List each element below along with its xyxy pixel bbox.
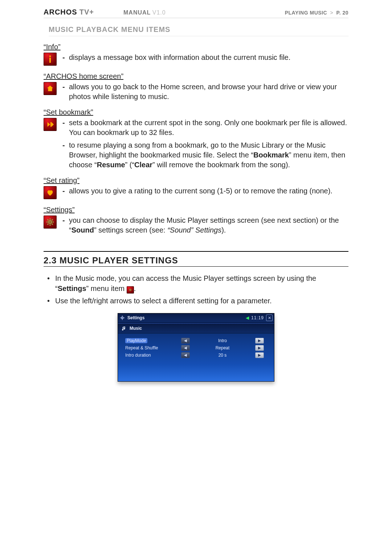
inline-gear-icon bbox=[127, 286, 134, 294]
ss-arrow-right-icon[interactable]: ▶ bbox=[255, 345, 264, 351]
item-rating-line: allows you to give a rating to the curre… bbox=[69, 186, 348, 196]
item-bookmark-line2: to resume playing a song from a bookmark… bbox=[69, 140, 348, 170]
bullet-dash: - bbox=[62, 82, 66, 102]
svg-point-5 bbox=[49, 221, 51, 223]
ss-arrow-left-icon[interactable]: ◀ bbox=[181, 352, 190, 358]
svg-point-15 bbox=[122, 317, 123, 319]
page-label: P. bbox=[336, 10, 341, 16]
bullet-dot: • bbox=[47, 296, 52, 306]
item-home-line: allows you to go back to the Home screen… bbox=[69, 82, 348, 102]
svg-line-10 bbox=[48, 219, 49, 221]
manual-label: MANUAL bbox=[123, 9, 151, 16]
ss-window-title: Settings bbox=[127, 315, 144, 320]
page-number: 20 bbox=[342, 10, 348, 16]
home-icon bbox=[44, 82, 57, 95]
bullet-dash: - bbox=[62, 118, 66, 138]
brand-main: ARCHOS bbox=[44, 8, 77, 16]
ss-arrow-right-icon[interactable]: ▶ bbox=[255, 338, 264, 344]
bullet-dash: - bbox=[62, 186, 66, 196]
settings-gear-icon bbox=[44, 216, 57, 229]
bullet-dash: - bbox=[62, 53, 66, 62]
ss-value: 20 s bbox=[195, 353, 250, 358]
section-2-3-heading: 2.3 MUSIC PLAYER SETTINGS bbox=[44, 251, 348, 266]
ss-body: PlayMode ◀ Intro ▶ Repeat & Shuffle ◀ Re… bbox=[118, 333, 274, 381]
svg-rect-0 bbox=[49, 56, 51, 57]
section23-bullet1: In the Music mode, you can access the Mu… bbox=[55, 273, 348, 294]
bullet-dash: - bbox=[62, 216, 66, 235]
crumb-section: PLAYING MUSIC bbox=[285, 10, 327, 16]
ss-gear-icon bbox=[119, 315, 125, 321]
ss-label: PlayMode bbox=[125, 338, 147, 343]
ss-titlebar: Settings ◀ 11:19 ✕ bbox=[118, 313, 274, 323]
item-info-line: displays a message box with information … bbox=[69, 53, 348, 62]
crumb-sep: > bbox=[330, 10, 334, 16]
info-icon bbox=[44, 53, 57, 66]
ss-row-intro: Intro duration ◀ 20 s ▶ bbox=[119, 352, 273, 359]
svg-line-11 bbox=[52, 224, 53, 225]
bookmark-icon bbox=[44, 118, 57, 131]
ss-row-playmode: PlayMode ◀ Intro ▶ bbox=[119, 337, 273, 344]
brand-sub: TV+ bbox=[79, 8, 94, 16]
ss-label: Repeat & Shuffle bbox=[125, 345, 176, 350]
section-divider bbox=[44, 266, 348, 267]
item-bookmark-title: “Set bookmark” bbox=[44, 108, 348, 116]
item-rating-title: “Set rating” bbox=[44, 176, 348, 185]
item-settings-title: “Settings” bbox=[44, 206, 348, 214]
ss-category-label: Music bbox=[130, 326, 142, 331]
top-bar: ARCHOS TV+ MANUAL V1.0 PLAYING MUSIC > P… bbox=[44, 8, 348, 18]
ss-volume-icon: ◀ bbox=[246, 315, 249, 320]
ss-clock: 11:19 bbox=[251, 315, 264, 320]
settings-screenshot: Settings ◀ 11:19 ✕ Music PlayMode ◀ Intr… bbox=[118, 313, 274, 382]
ss-arrow-left-icon[interactable]: ◀ bbox=[181, 338, 190, 344]
breadcrumb: PLAYING MUSIC > P. 20 bbox=[285, 10, 348, 16]
svg-rect-3 bbox=[50, 122, 52, 127]
ss-music-icon bbox=[121, 325, 127, 332]
topbar-center: MANUAL V1.0 bbox=[109, 9, 285, 16]
ss-label: Intro duration bbox=[125, 353, 176, 358]
svg-marker-4 bbox=[52, 122, 54, 127]
brand: ARCHOS TV+ bbox=[44, 8, 109, 16]
bullet-dash: - bbox=[62, 140, 66, 170]
section23-bullet2: Use the left/right arrows to select a di… bbox=[55, 296, 272, 306]
item-bookmark-line1: sets a bookmark at the current spot in t… bbox=[69, 118, 348, 138]
svg-line-13 bbox=[52, 219, 53, 221]
ss-arrow-left-icon[interactable]: ◀ bbox=[181, 345, 190, 351]
manual-version: V1.0 bbox=[152, 9, 166, 16]
svg-point-14 bbox=[130, 289, 131, 291]
ss-row-repeat: Repeat & Shuffle ◀ Repeat ▶ bbox=[119, 344, 273, 352]
ss-arrow-right-icon[interactable]: ▶ bbox=[255, 352, 264, 358]
svg-marker-2 bbox=[48, 122, 50, 127]
svg-rect-1 bbox=[49, 58, 51, 63]
svg-line-12 bbox=[48, 224, 49, 225]
bullet-dot: • bbox=[47, 273, 52, 294]
subsection-title: MUSIC PLAYBACK MENU ITEMS bbox=[49, 25, 348, 36]
ss-value: Intro bbox=[195, 338, 250, 343]
ss-category-tab: Music bbox=[118, 323, 274, 333]
item-settings-line: you can choose to display the Music Play… bbox=[69, 216, 348, 235]
item-info-title: “Info” bbox=[44, 43, 348, 51]
ss-value: Repeat bbox=[195, 345, 250, 350]
item-home-title: “ARCHOS home screen” bbox=[44, 72, 348, 81]
rating-heart-icon bbox=[44, 186, 57, 199]
ss-close-icon[interactable]: ✕ bbox=[266, 315, 273, 321]
